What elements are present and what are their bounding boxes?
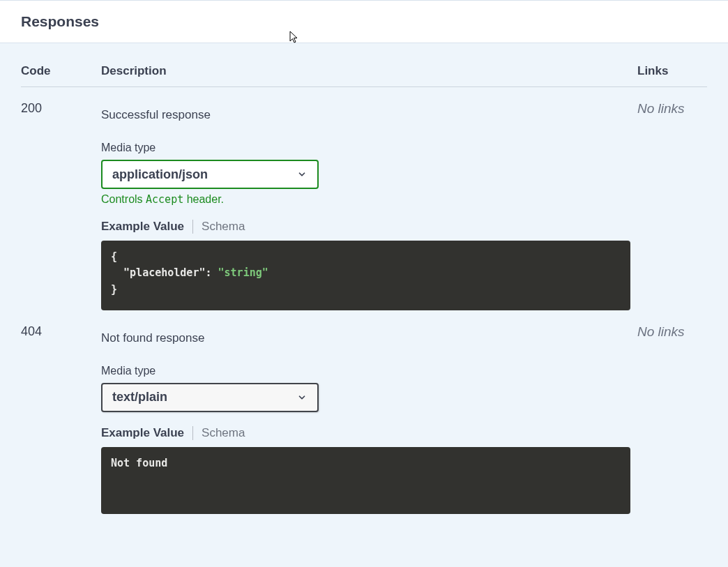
- media-type-label: Media type: [101, 142, 637, 154]
- tab-schema[interactable]: Schema: [202, 426, 245, 440]
- media-type-label: Media type: [101, 365, 637, 377]
- media-type-value: application/json: [112, 167, 208, 182]
- tab-example-value[interactable]: Example Value: [101, 426, 184, 440]
- responses-header: Responses: [0, 0, 728, 43]
- header-links: Links: [637, 64, 707, 78]
- section-title: Responses: [21, 13, 707, 30]
- response-links: No links: [637, 324, 685, 339]
- example-code-block[interactable]: Not found: [101, 447, 630, 514]
- response-row: 200 Successful response Media type appli…: [21, 101, 707, 310]
- example-tabs: Example Value Schema: [101, 220, 637, 234]
- response-description: Not found response: [101, 331, 637, 345]
- response-code: 404: [21, 324, 42, 338]
- tab-schema[interactable]: Schema: [202, 220, 245, 234]
- tab-separator: [192, 220, 193, 234]
- response-description: Successful response: [101, 108, 637, 122]
- media-type-select[interactable]: application/json: [101, 160, 319, 189]
- chevron-down-icon: [296, 169, 308, 180]
- tab-separator: [192, 426, 193, 440]
- response-links: No links: [637, 101, 685, 116]
- response-row: 404 Not found response Media type text/p…: [21, 324, 707, 514]
- media-type-value: text/plain: [112, 390, 167, 405]
- table-header: Code Description Links: [21, 64, 707, 87]
- example-code-block[interactable]: { "placeholder": "string" }: [101, 241, 630, 310]
- header-description: Description: [101, 64, 637, 78]
- header-code: Code: [21, 64, 101, 78]
- response-code: 200: [21, 101, 42, 115]
- responses-content: Code Description Links 200 Successful re…: [0, 43, 728, 514]
- accept-hint: Controls Accept header.: [101, 193, 637, 206]
- tab-example-value[interactable]: Example Value: [101, 220, 184, 234]
- chevron-down-icon: [296, 392, 308, 403]
- media-type-select[interactable]: text/plain: [101, 383, 319, 412]
- example-tabs: Example Value Schema: [101, 426, 637, 440]
